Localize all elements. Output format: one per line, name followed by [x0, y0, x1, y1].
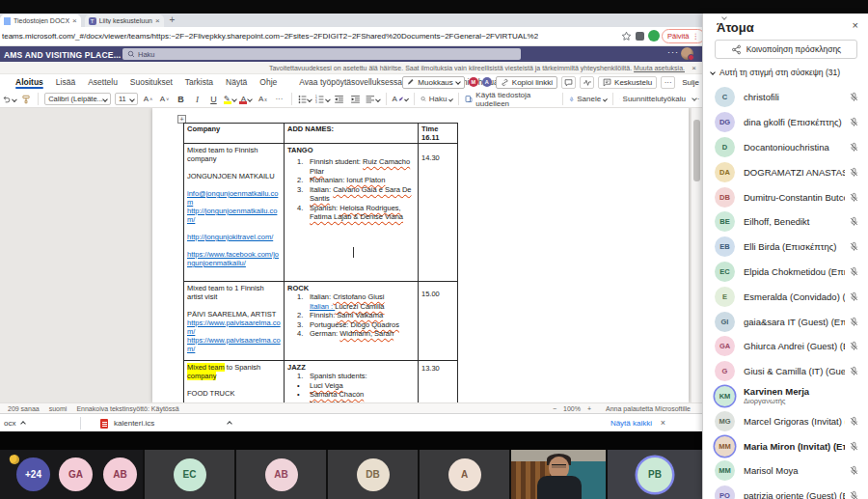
- comments-button[interactable]: [561, 76, 576, 89]
- notification-close-icon[interactable]: ×: [692, 64, 696, 72]
- numbering-button[interactable]: 123: [315, 92, 329, 106]
- italic-button[interactable]: I: [191, 92, 203, 106]
- language-status[interactable]: suomi: [49, 405, 68, 412]
- doc-line[interactable]: Mixed team to 1 Finnish artist visit: [187, 284, 281, 301]
- tab-close-icon[interactable]: ×: [72, 16, 77, 25]
- participant-row[interactable]: DG dina gkolfi (Επισκέπτης): [703, 110, 868, 135]
- participant-avatar[interactable]: AB: [103, 457, 137, 491]
- teams-user-avatar[interactable]: [681, 47, 693, 60]
- download-item-docx[interactable]: ocx: [4, 414, 25, 432]
- document-page[interactable]: + Company ADD NAMES: Time 16.11 Mixed te…: [152, 108, 689, 402]
- share-invite-button[interactable]: Κοινοποίηση πρόσκλησης: [715, 40, 857, 59]
- participant-video-tile[interactable]: EC: [143, 450, 234, 499]
- more-options-icon[interactable]: ···: [661, 76, 675, 89]
- change-settings-link[interactable]: Muuta asetuksia.: [634, 65, 685, 71]
- participant-row[interactable]: MG Marcel Grigoras (Invitat) (Επισ.: [703, 408, 868, 433]
- tab-asettelu[interactable]: Asettelu: [88, 74, 118, 90]
- styles-button[interactable]: A: [393, 92, 408, 106]
- find-button[interactable]: Haku: [420, 92, 453, 106]
- doc-line[interactable]: [187, 224, 281, 233]
- font-more-icon[interactable]: ···: [273, 92, 285, 106]
- doc-line[interactable]: [187, 301, 281, 310]
- company-cell[interactable]: Mixed team to 1 Finnish artist visitPÄIV…: [184, 282, 285, 361]
- browser-profile-avatar[interactable]: [648, 30, 660, 42]
- doc-line[interactable]: [187, 180, 281, 189]
- coauthor-avatar[interactable]: M: [469, 77, 478, 87]
- highlight-color-button[interactable]: ✎: [224, 92, 236, 106]
- browser-tab-join-chat[interactable]: T Liity keskusteluun ×: [85, 14, 164, 27]
- participant-row[interactable]: EB Elli Birda (Επισκέπτης): [703, 235, 868, 260]
- grow-font-button[interactable]: A˄: [142, 92, 154, 106]
- name-list-item[interactable]: 1.Finnish student: Ruiz Camacho Pilar: [297, 157, 415, 176]
- time-cell[interactable]: 13.30: [419, 361, 458, 403]
- tab-close-icon[interactable]: ×: [155, 16, 160, 25]
- name-list-item[interactable]: Italian : Lucrezi Camilla: [297, 302, 415, 312]
- font-family-select[interactable]: Calibri (Leipäte...: [44, 93, 111, 105]
- feedback-link[interactable]: Anna palautetta Microsoftille: [606, 405, 691, 412]
- participant-row[interactable]: DA DOGRAMATZI ANASTASIA (Επ: [703, 159, 868, 184]
- doc-line[interactable]: FOOD TRUCK: [187, 389, 281, 398]
- bold-button[interactable]: B: [175, 92, 187, 106]
- participant-row[interactable]: BE Eilhoff, Benedikt: [703, 209, 868, 235]
- close-document-button[interactable]: Sulje: [682, 78, 699, 87]
- editing-mode-button[interactable]: Muokkaus: [402, 76, 464, 89]
- name-list-item[interactable]: 4.Spanish: Heloisa Rodrigues, Fatima Laj…: [297, 204, 415, 222]
- doc-line[interactable]: http://jongunjokitravel.com/: [187, 233, 281, 241]
- in-meeting-section-header[interactable]: Αυτή τη στιγμή στη σύσκεψη (31): [711, 68, 840, 77]
- time-cell[interactable]: 14.30: [419, 144, 458, 282]
- doc-line[interactable]: [187, 380, 281, 389]
- company-cell[interactable]: Mixed team to Spanish companyFOOD TRUCKh…: [184, 361, 285, 403]
- activity-button[interactable]: [580, 76, 594, 89]
- participant-row[interactable]: MM Maria Miron (Invitat) (Επισκ: [703, 433, 868, 458]
- people-panel-close-icon[interactable]: ×: [853, 19, 858, 31]
- undo-button[interactable]: [2, 92, 15, 106]
- participant-row[interactable]: EC Elpida Chokmetidou (Επισκέπ.: [703, 260, 868, 285]
- doc-line[interactable]: PÄIVI SAARELMA, ARTIST: [187, 310, 281, 319]
- predictive-text-status[interactable]: Ennakoiva tekstinsyöttö: Käytössä: [76, 405, 178, 412]
- clear-format-button[interactable]: Ax: [257, 92, 269, 106]
- doc-line[interactable]: JONGUNJOEN MATKAILU: [187, 172, 281, 180]
- shrink-font-button[interactable]: A˅: [158, 92, 171, 106]
- participant-row[interactable]: GI gaia&sara IT (Guest) (Επισκέπ.: [703, 309, 868, 334]
- participant-video-tile[interactable]: AB: [234, 450, 326, 499]
- schedule-table[interactable]: Company ADD NAMES: Time 16.11 Mixed team…: [183, 123, 458, 402]
- document-scrollbar[interactable]: [691, 108, 702, 402]
- zoom-in-button[interactable]: +: [587, 405, 591, 412]
- participant-video-tile[interactable]: DB: [326, 450, 418, 499]
- downloads-bar-close-icon[interactable]: ×: [661, 418, 665, 428]
- decrease-indent-button[interactable]: [333, 92, 345, 106]
- tab-ohje[interactable]: Ohje: [259, 74, 277, 90]
- participant-avatar[interactable]: GA: [59, 457, 93, 491]
- participant-row[interactable]: G Giusi & Camilla (IT) (Guest) (E..: [703, 359, 868, 384]
- doc-line[interactable]: https://www.facebook.com/jongunjoenmatka…: [187, 250, 281, 267]
- designer-button[interactable]: Suunnittelutyökalu: [619, 92, 686, 106]
- name-list-item[interactable]: 4.German: Widmann, Sarah: [297, 329, 415, 339]
- participant-row[interactable]: E Esmeralda (Convidado) (Επισκ: [703, 284, 868, 309]
- coauthor-avatar[interactable]: A: [482, 77, 492, 87]
- new-tab-button[interactable]: +: [170, 14, 176, 27]
- overflow-count-avatar[interactable]: +24: [16, 457, 50, 491]
- browser-tab-docx-viewer[interactable]: Tiedostojen DOCX katselu ×: [0, 14, 81, 27]
- active-speaker-tile[interactable]: PB: [606, 450, 702, 499]
- tab-suositukset[interactable]: Suositukset: [130, 74, 173, 90]
- bookmark-star-icon[interactable]: [621, 31, 632, 42]
- chevron-up-icon[interactable]: [21, 421, 27, 427]
- name-list-item[interactable]: 1.Spanish students:: [297, 372, 415, 381]
- time-cell[interactable]: 15.00: [419, 282, 458, 361]
- participant-row[interactable]: D Docantoniouchristina: [703, 135, 868, 160]
- underline-button[interactable]: U: [207, 92, 220, 106]
- name-list-item[interactable]: 2.Finnish: Sami Valkama: [297, 311, 415, 320]
- bullets-button[interactable]: [298, 92, 312, 106]
- participant-camera-video[interactable]: [509, 450, 606, 499]
- participant-row[interactable]: DB Dumitru-Constantin Butco (Gu: [703, 184, 868, 209]
- doc-line[interactable]: info@jongunjoenmatkailu.com: [187, 189, 281, 207]
- doc-line[interactable]: [187, 241, 281, 250]
- overflow-participants-tile[interactable]: +24 GA AB: [0, 450, 143, 499]
- participant-row[interactable]: C christofili: [703, 85, 868, 110]
- company-cell[interactable]: Mixed team to Finnish companyJONGUNJOEN …: [184, 144, 285, 282]
- names-cell[interactable]: ROCK 1.Italian: Cristofano GiusiItalian …: [285, 282, 419, 361]
- tab-aloitus[interactable]: Aloitus: [15, 74, 43, 90]
- copy-link-button[interactable]: Kopioi linkki: [496, 76, 557, 89]
- alignment-button[interactable]: [366, 92, 379, 106]
- format-painter-button[interactable]: [19, 92, 32, 106]
